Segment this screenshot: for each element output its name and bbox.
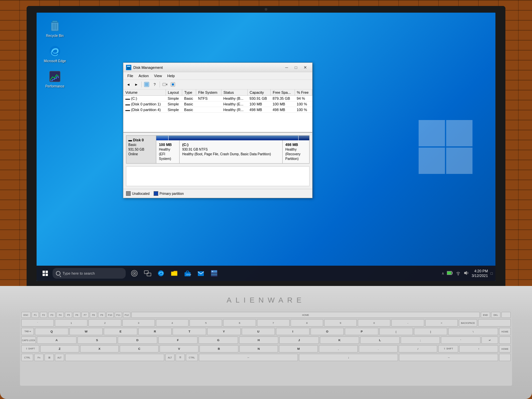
col-type[interactable]: Type bbox=[182, 89, 196, 96]
toolbar-forward[interactable]: ► bbox=[133, 81, 140, 88]
table-row[interactable]: (Disk 0 partition 1) Simple Basic Health… bbox=[123, 101, 312, 107]
key-backslash[interactable]: \ bbox=[448, 328, 498, 335]
key-c[interactable]: C bbox=[120, 345, 159, 352]
key-s[interactable]: S bbox=[77, 336, 117, 344]
key-f3[interactable]: F3 bbox=[48, 312, 56, 318]
key-p[interactable]: P bbox=[345, 328, 378, 335]
key-9[interactable]: 9 bbox=[324, 319, 357, 327]
key-down[interactable]: ↓ bbox=[299, 354, 398, 361]
key-o[interactable]: O bbox=[311, 328, 344, 335]
key-f10[interactable]: F10 bbox=[106, 312, 114, 318]
volume-icon[interactable] bbox=[464, 270, 469, 276]
toolbar-btn1[interactable] bbox=[143, 81, 150, 88]
key-r[interactable]: R bbox=[138, 328, 172, 335]
key-enter[interactable]: ↵ bbox=[481, 336, 498, 344]
start-button[interactable] bbox=[39, 267, 51, 279]
key-fn[interactable]: Fn bbox=[34, 354, 44, 361]
cortana-icon[interactable] bbox=[128, 267, 140, 279]
key-rbracket[interactable]: ] bbox=[414, 328, 448, 335]
key-w[interactable]: W bbox=[69, 328, 103, 335]
key-f7[interactable]: F7 bbox=[81, 312, 89, 318]
key-f4[interactable]: F4 bbox=[57, 312, 64, 318]
key-win[interactable]: ⊞ bbox=[45, 354, 54, 361]
key-ins[interactable] bbox=[501, 312, 511, 318]
key-5[interactable]: 5 bbox=[190, 319, 222, 327]
key-home[interactable]: HOME bbox=[131, 312, 480, 318]
col-capacity[interactable]: Capacity bbox=[247, 89, 271, 96]
disk-mgmt-taskbar-icon[interactable] bbox=[208, 267, 220, 279]
key-z[interactable]: Z bbox=[40, 345, 79, 352]
partition-recovery[interactable]: 498 MB Healthy (Recovery Partition) bbox=[283, 140, 309, 163]
key-f5[interactable]: F5 bbox=[65, 312, 72, 318]
key-end2[interactable] bbox=[499, 354, 511, 361]
key-n[interactable]: N bbox=[239, 345, 278, 352]
key-6[interactable]: 6 bbox=[223, 319, 256, 327]
key-quote[interactable]: ' bbox=[441, 336, 480, 344]
key-e[interactable]: E bbox=[104, 328, 137, 335]
key-y[interactable]: Y bbox=[207, 328, 241, 335]
key-1[interactable]: 1 bbox=[55, 319, 87, 327]
table-row[interactable]: (C:) Simple Basic NTFS Healthy (B... 930… bbox=[123, 96, 312, 101]
key-ctx[interactable]: ☰ bbox=[176, 354, 185, 361]
key-caps[interactable]: CAPS LOCK bbox=[21, 336, 36, 344]
menu-help[interactable]: Help bbox=[165, 73, 178, 79]
key-up[interactable]: ↑ bbox=[459, 345, 498, 352]
key-right[interactable]: → bbox=[399, 354, 498, 361]
key-a[interactable]: A bbox=[37, 336, 76, 344]
key-numpad[interactable] bbox=[478, 319, 511, 327]
col-fs[interactable]: File System bbox=[196, 89, 221, 96]
notification-icon[interactable]: □ bbox=[490, 271, 493, 275]
battery-icon[interactable] bbox=[447, 271, 453, 276]
key-f11[interactable]: F11 bbox=[115, 312, 122, 318]
partition-efi[interactable]: 100 MB Healthy (EFI System) bbox=[156, 140, 180, 163]
key-end[interactable]: END bbox=[481, 312, 490, 318]
edge-icon[interactable]: Microsoft Edge bbox=[43, 45, 66, 63]
key-f1[interactable]: F1 bbox=[32, 312, 39, 318]
task-view-icon[interactable] bbox=[142, 267, 154, 279]
key-space[interactable] bbox=[65, 354, 164, 361]
col-status[interactable]: Status bbox=[221, 89, 248, 96]
explorer-icon[interactable] bbox=[168, 267, 180, 279]
key-3[interactable]: 3 bbox=[122, 319, 155, 327]
key-k[interactable]: K bbox=[320, 336, 359, 344]
key-ctrl-r[interactable]: CTRL bbox=[186, 354, 198, 361]
col-layout[interactable]: Layout bbox=[166, 89, 182, 96]
key-m[interactable]: M bbox=[279, 345, 318, 352]
table-row[interactable]: (Disk 0 partition 4) Simple Basic Health… bbox=[123, 107, 312, 113]
key-left[interactable]: ← bbox=[199, 354, 298, 361]
toolbar-back[interactable]: ◄ bbox=[125, 81, 132, 88]
toolbar-btn2[interactable]: ? bbox=[151, 81, 158, 88]
close-button[interactable]: ✕ bbox=[301, 64, 310, 71]
key-h[interactable]: H bbox=[239, 336, 279, 344]
restore-button[interactable]: □ bbox=[292, 64, 300, 71]
key-f6[interactable]: F6 bbox=[73, 312, 80, 318]
key-d[interactable]: D bbox=[118, 336, 157, 344]
key-f8[interactable]: F8 bbox=[90, 312, 97, 318]
key-x[interactable]: X bbox=[80, 345, 119, 352]
key-slash[interactable]: / bbox=[399, 345, 438, 352]
key-alt-l[interactable]: ALT bbox=[55, 354, 64, 361]
key-i[interactable]: I bbox=[276, 328, 310, 335]
key-l[interactable]: L bbox=[360, 336, 400, 344]
clock[interactable]: 4:20 PM 3/12/2021 bbox=[471, 269, 488, 278]
menu-action[interactable]: Action bbox=[136, 73, 152, 79]
key-alt-r[interactable]: ALT bbox=[165, 354, 175, 361]
toolbar-btn4[interactable] bbox=[169, 81, 177, 88]
key-minus[interactable]: - bbox=[391, 319, 424, 327]
key-v[interactable]: V bbox=[160, 345, 199, 352]
key-q[interactable]: Q bbox=[35, 328, 68, 335]
key-7[interactable]: 7 bbox=[257, 319, 290, 327]
key-g[interactable]: G bbox=[199, 336, 238, 344]
network-icon[interactable] bbox=[456, 270, 461, 276]
toolbar-btn3[interactable] bbox=[161, 81, 169, 88]
window-titlebar[interactable]: Disk Management ─ □ ✕ bbox=[123, 63, 312, 72]
partition-main[interactable]: (C:) 930.91 GB NTFS Healthy (Boot, Page … bbox=[180, 140, 283, 163]
key-tab[interactable]: TAB⇥ bbox=[21, 328, 34, 335]
key-b[interactable]: B bbox=[200, 345, 238, 352]
tray-chevron[interactable]: ∧ bbox=[442, 271, 444, 276]
col-volume[interactable]: Volume bbox=[123, 89, 166, 96]
performance-icon[interactable]: Performance bbox=[43, 70, 66, 88]
key-pgup[interactable] bbox=[499, 336, 511, 344]
key-ctrl-l[interactable]: CTRL bbox=[21, 354, 33, 361]
key-4[interactable]: 4 bbox=[156, 319, 189, 327]
